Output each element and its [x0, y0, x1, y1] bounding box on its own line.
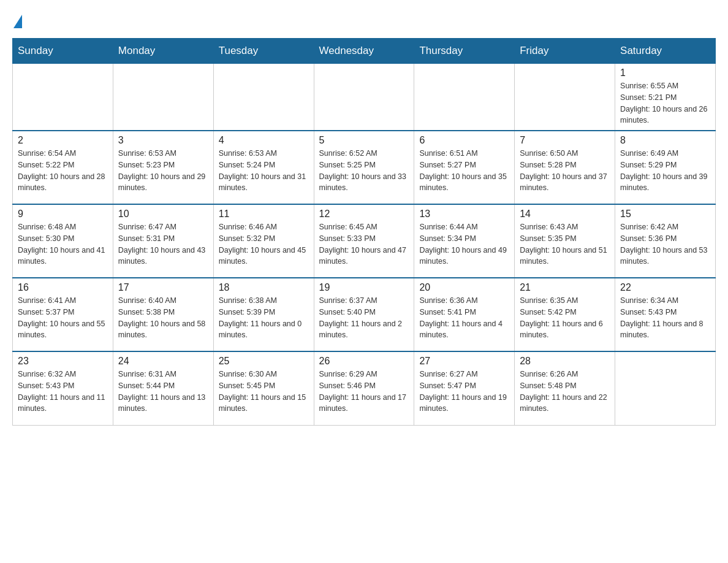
calendar-cell: 24Sunrise: 6:31 AMSunset: 5:44 PMDayligh…: [113, 351, 213, 425]
day-info: Sunrise: 6:31 AMSunset: 5:44 PMDaylight:…: [118, 369, 208, 415]
day-info: Sunrise: 6:34 AMSunset: 5:43 PMDaylight:…: [620, 295, 710, 341]
day-number: 9: [18, 209, 108, 220]
day-number: 26: [319, 356, 409, 367]
day-info: Sunrise: 6:32 AMSunset: 5:43 PMDaylight:…: [18, 369, 108, 415]
day-header-saturday: Saturday: [615, 39, 716, 64]
calendar-cell: [414, 64, 515, 131]
day-header-monday: Monday: [113, 39, 213, 64]
calendar-cell: 6Sunrise: 6:51 AMSunset: 5:27 PMDaylight…: [414, 131, 515, 204]
week-row-2: 2Sunrise: 6:54 AMSunset: 5:22 PMDaylight…: [13, 131, 716, 204]
calendar-cell: 27Sunrise: 6:27 AMSunset: 5:47 PMDayligh…: [414, 351, 515, 425]
day-info: Sunrise: 6:44 AMSunset: 5:34 PMDaylight:…: [419, 221, 509, 267]
calendar-cell: 21Sunrise: 6:35 AMSunset: 5:42 PMDayligh…: [515, 278, 615, 351]
day-number: 14: [520, 209, 610, 220]
week-row-1: 1Sunrise: 6:55 AMSunset: 5:21 PMDaylight…: [13, 64, 716, 131]
day-number: 3: [118, 135, 208, 146]
calendar-cell: 19Sunrise: 6:37 AMSunset: 5:40 PMDayligh…: [314, 278, 414, 351]
calendar-cell: 8Sunrise: 6:49 AMSunset: 5:29 PMDaylight…: [615, 131, 716, 204]
week-row-3: 9Sunrise: 6:48 AMSunset: 5:30 PMDaylight…: [13, 204, 716, 278]
day-info: Sunrise: 6:40 AMSunset: 5:38 PMDaylight:…: [118, 295, 208, 341]
day-number: 21: [520, 282, 610, 293]
day-info: Sunrise: 6:47 AMSunset: 5:31 PMDaylight:…: [118, 221, 208, 267]
day-header-tuesday: Tuesday: [213, 39, 314, 64]
day-info: Sunrise: 6:37 AMSunset: 5:40 PMDaylight:…: [319, 295, 409, 341]
day-number: 24: [118, 356, 208, 367]
calendar-cell: 14Sunrise: 6:43 AMSunset: 5:35 PMDayligh…: [515, 204, 615, 278]
calendar-cell: 15Sunrise: 6:42 AMSunset: 5:36 PMDayligh…: [615, 204, 716, 278]
day-info: Sunrise: 6:46 AMSunset: 5:32 PMDaylight:…: [219, 221, 309, 267]
calendar-cell: 9Sunrise: 6:48 AMSunset: 5:30 PMDaylight…: [13, 204, 113, 278]
day-number: 1: [620, 67, 710, 79]
calendar-cell: [314, 64, 414, 131]
day-header-sunday: Sunday: [13, 39, 113, 64]
day-number: 5: [319, 135, 409, 146]
day-number: 22: [620, 282, 710, 293]
day-number: 28: [520, 356, 610, 367]
calendar-cell: 1Sunrise: 6:55 AMSunset: 5:21 PMDaylight…: [615, 64, 716, 131]
day-info: Sunrise: 6:54 AMSunset: 5:22 PMDaylight:…: [18, 148, 108, 194]
day-info: Sunrise: 6:42 AMSunset: 5:36 PMDaylight:…: [620, 221, 710, 267]
logo-arrow-icon: [13, 15, 22, 28]
calendar-cell: [13, 64, 113, 131]
calendar-cell: 18Sunrise: 6:38 AMSunset: 5:39 PMDayligh…: [213, 278, 314, 351]
day-info: Sunrise: 6:38 AMSunset: 5:39 PMDaylight:…: [219, 295, 309, 341]
day-number: 4: [219, 135, 309, 146]
day-number: 27: [419, 356, 509, 367]
page-header: [12, 12, 716, 26]
day-number: 13: [419, 209, 509, 220]
calendar-cell: 2Sunrise: 6:54 AMSunset: 5:22 PMDaylight…: [13, 131, 113, 204]
day-number: 23: [18, 356, 108, 367]
calendar-cell: 12Sunrise: 6:45 AMSunset: 5:33 PMDayligh…: [314, 204, 414, 278]
day-info: Sunrise: 6:55 AMSunset: 5:21 PMDaylight:…: [620, 80, 710, 126]
day-number: 19: [319, 282, 409, 293]
calendar-cell: 28Sunrise: 6:26 AMSunset: 5:48 PMDayligh…: [515, 351, 615, 425]
day-info: Sunrise: 6:27 AMSunset: 5:47 PMDaylight:…: [419, 369, 509, 415]
calendar-cell: 20Sunrise: 6:36 AMSunset: 5:41 PMDayligh…: [414, 278, 515, 351]
day-number: 11: [219, 209, 309, 220]
calendar-cell: [113, 64, 213, 131]
day-header-friday: Friday: [515, 39, 615, 64]
day-number: 8: [620, 135, 710, 146]
day-header-wednesday: Wednesday: [314, 39, 414, 64]
calendar-cell: 10Sunrise: 6:47 AMSunset: 5:31 PMDayligh…: [113, 204, 213, 278]
day-info: Sunrise: 6:53 AMSunset: 5:23 PMDaylight:…: [118, 148, 208, 194]
calendar-cell: 23Sunrise: 6:32 AMSunset: 5:43 PMDayligh…: [13, 351, 113, 425]
day-info: Sunrise: 6:51 AMSunset: 5:27 PMDaylight:…: [419, 148, 509, 194]
week-row-5: 23Sunrise: 6:32 AMSunset: 5:43 PMDayligh…: [13, 351, 716, 425]
day-number: 16: [18, 282, 108, 293]
calendar-cell: 5Sunrise: 6:52 AMSunset: 5:25 PMDaylight…: [314, 131, 414, 204]
day-info: Sunrise: 6:35 AMSunset: 5:42 PMDaylight:…: [520, 295, 610, 341]
day-info: Sunrise: 6:50 AMSunset: 5:28 PMDaylight:…: [520, 148, 610, 194]
day-number: 25: [219, 356, 309, 367]
calendar-cell: 25Sunrise: 6:30 AMSunset: 5:45 PMDayligh…: [213, 351, 314, 425]
day-number: 12: [319, 209, 409, 220]
calendar-header-row: SundayMondayTuesdayWednesdayThursdayFrid…: [13, 39, 716, 64]
calendar-table: SundayMondayTuesdayWednesdayThursdayFrid…: [12, 38, 716, 426]
day-info: Sunrise: 6:52 AMSunset: 5:25 PMDaylight:…: [319, 148, 409, 194]
calendar-cell: 7Sunrise: 6:50 AMSunset: 5:28 PMDaylight…: [515, 131, 615, 204]
day-info: Sunrise: 6:30 AMSunset: 5:45 PMDaylight:…: [219, 369, 309, 415]
day-info: Sunrise: 6:48 AMSunset: 5:30 PMDaylight:…: [18, 221, 108, 267]
calendar-cell: 4Sunrise: 6:53 AMSunset: 5:24 PMDaylight…: [213, 131, 314, 204]
day-number: 20: [419, 282, 509, 293]
day-number: 7: [520, 135, 610, 146]
day-number: 17: [118, 282, 208, 293]
day-number: 18: [219, 282, 309, 293]
calendar-cell: 26Sunrise: 6:29 AMSunset: 5:46 PMDayligh…: [314, 351, 414, 425]
calendar-cell: [213, 64, 314, 131]
day-info: Sunrise: 6:49 AMSunset: 5:29 PMDaylight:…: [620, 148, 710, 194]
day-number: 2: [18, 135, 108, 146]
calendar-cell: [515, 64, 615, 131]
calendar-cell: [615, 351, 716, 425]
day-info: Sunrise: 6:53 AMSunset: 5:24 PMDaylight:…: [219, 148, 309, 194]
week-row-4: 16Sunrise: 6:41 AMSunset: 5:37 PMDayligh…: [13, 278, 716, 351]
day-number: 10: [118, 209, 208, 220]
day-info: Sunrise: 6:41 AMSunset: 5:37 PMDaylight:…: [18, 295, 108, 341]
calendar-cell: 11Sunrise: 6:46 AMSunset: 5:32 PMDayligh…: [213, 204, 314, 278]
day-number: 6: [419, 135, 509, 146]
calendar-cell: 13Sunrise: 6:44 AMSunset: 5:34 PMDayligh…: [414, 204, 515, 278]
day-number: 15: [620, 209, 710, 220]
calendar-cell: 17Sunrise: 6:40 AMSunset: 5:38 PMDayligh…: [113, 278, 213, 351]
calendar-cell: 3Sunrise: 6:53 AMSunset: 5:23 PMDaylight…: [113, 131, 213, 204]
day-info: Sunrise: 6:26 AMSunset: 5:48 PMDaylight:…: [520, 369, 610, 415]
